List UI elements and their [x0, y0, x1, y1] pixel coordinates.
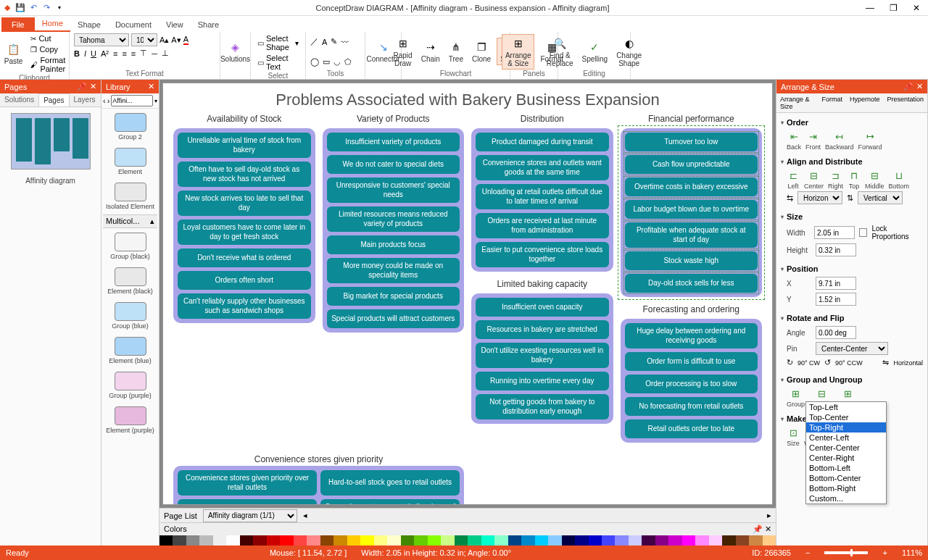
close-panel-icon[interactable]: ✕ — [90, 82, 96, 91]
align-center-icon[interactable]: ≡ — [122, 49, 126, 58]
tab-pages[interactable]: Pages — [38, 93, 69, 106]
rotate-ccw-icon[interactable]: ↺ — [824, 358, 831, 367]
color-swatch[interactable] — [441, 535, 454, 546]
maximize-button[interactable]: ❐ — [883, 1, 903, 14]
affinity-card[interactable]: Huge delay between ordering and receivin… — [625, 323, 758, 348]
color-swatch[interactable] — [374, 535, 387, 546]
angle-input[interactable] — [816, 326, 856, 339]
align-center-button[interactable]: ⊟Center — [804, 170, 824, 190]
color-swatch[interactable] — [428, 535, 441, 546]
color-swatch[interactable] — [199, 535, 212, 546]
library-category[interactable]: Multicol...▴ — [103, 214, 157, 228]
library-search[interactable] — [111, 95, 153, 106]
color-swatch[interactable] — [695, 535, 708, 546]
affinity-card[interactable]: Profitable when adequate stock at start … — [625, 222, 758, 248]
clone-button[interactable]: ❐Clone — [469, 38, 494, 64]
affinity-card[interactable]: Limited resources means reduced variety … — [327, 206, 460, 232]
dropdown-option[interactable]: Top-Right — [806, 422, 886, 432]
dropdown-option[interactable]: Top-Center — [806, 412, 886, 422]
zoom-in-icon[interactable]: + — [882, 548, 887, 557]
color-swatch[interactable] — [334, 535, 347, 546]
scroll-right-icon[interactable]: ▸ — [767, 511, 771, 520]
pin-select[interactable]: Center-Center — [816, 342, 888, 355]
affinity-group[interactable]: Insufficient variety of productsWe do no… — [323, 128, 465, 333]
solutions-button[interactable]: ◈Solutions — [218, 38, 253, 64]
underline-button[interactable]: U — [91, 49, 96, 58]
align-bottom-icon[interactable]: ⊥ — [162, 49, 169, 58]
library-item[interactable]: Element — [106, 145, 155, 178]
close-button[interactable]: ✕ — [906, 1, 927, 14]
align-bottom-button[interactable]: ⊔Bottom — [889, 170, 910, 190]
flip-h-icon[interactable]: ⇋ — [882, 358, 889, 367]
color-swatch[interactable] — [401, 535, 414, 546]
affinity-card[interactable]: We do not cater to special diets — [327, 155, 460, 174]
affinity-card[interactable]: Often have to sell day-old stock as new … — [178, 162, 311, 187]
dropdown-option[interactable]: Bottom-Center — [806, 473, 886, 483]
dist-v-icon[interactable]: ⇅ — [847, 193, 853, 203]
align-right-button[interactable]: ⊐Right — [828, 170, 843, 190]
scroll-left-icon[interactable]: ◂ — [303, 511, 307, 520]
affinity-card[interactable]: Not getting goods from bakery to distrib… — [476, 394, 609, 419]
pin-dropdown-list[interactable]: Top-LeftTop-CenterTop-RightCenter-LeftCe… — [805, 401, 887, 504]
color-swatch[interactable] — [508, 535, 521, 546]
color-swatch[interactable] — [682, 535, 695, 546]
align-top-button[interactable]: ⊓Top — [848, 170, 861, 190]
color-swatch[interactable] — [562, 535, 575, 546]
select-text-button[interactable]: ▭ Select Text — [255, 53, 301, 72]
affinity-card[interactable]: Big market for special products — [327, 287, 460, 306]
color-swatch[interactable] — [240, 535, 253, 546]
affinity-card[interactable]: Convenience stores and outlets want good… — [476, 155, 609, 180]
affinity-card[interactable]: Special products will attract customers — [327, 309, 460, 328]
align-middle-icon[interactable]: ─ — [152, 49, 157, 58]
affinity-card[interactable]: Don't receive what is ordered — [178, 248, 311, 267]
affinity-card[interactable]: More money could be made on speciality i… — [327, 258, 460, 283]
tab-document[interactable]: Document — [108, 17, 159, 32]
library-item[interactable]: Isolated Element — [106, 180, 155, 213]
close-panel-icon[interactable]: ✕ — [148, 82, 154, 91]
shrink-font-icon[interactable]: A▾ — [171, 35, 181, 45]
affinity-card[interactable]: Can't reliably supply other businesses s… — [178, 293, 311, 319]
library-item[interactable]: Group (black) — [106, 230, 155, 263]
library-item[interactable]: Element (purple) — [106, 404, 155, 437]
font-select[interactable]: Tahoma — [74, 33, 129, 46]
lock-proportions-checkbox[interactable] — [859, 228, 867, 237]
line-tool-icon[interactable]: ／ — [310, 36, 318, 47]
affinity-group[interactable]: Unreliable arrival time of stock from ba… — [173, 128, 315, 323]
align-left-icon[interactable]: ≡ — [113, 49, 117, 58]
qat-dropdown-icon[interactable]: ▾ — [54, 2, 65, 14]
tab-layers[interactable]: Layers — [70, 93, 100, 106]
dropdown-option[interactable]: Center-Center — [806, 443, 886, 453]
affinity-card[interactable]: Order form is difficult to use — [625, 352, 758, 371]
x-input[interactable] — [816, 277, 856, 290]
superscript-icon[interactable]: A² — [101, 49, 109, 58]
cut-button[interactable]: ✂ Cut — [28, 33, 67, 43]
rapid-draw-button[interactable]: ⊞Rapid Draw — [391, 35, 415, 69]
library-item[interactable]: Element (black) — [106, 264, 155, 298]
library-item[interactable]: Group (purple) — [106, 369, 155, 402]
group-button[interactable]: ⊞Group — [787, 388, 805, 408]
dist-h-icon[interactable]: ⇆ — [787, 193, 793, 203]
tab-hypernote[interactable]: Hypernote — [846, 93, 884, 112]
order-backward-button[interactable]: ↤Backward — [825, 130, 854, 151]
zoom-out-icon[interactable]: − — [805, 548, 810, 557]
color-swatch[interactable] — [602, 535, 615, 546]
align-right-icon[interactable]: ≡ — [131, 49, 136, 58]
redo-icon[interactable]: ↷ — [41, 2, 52, 14]
color-swatch[interactable] — [722, 535, 735, 546]
italic-button[interactable]: I — [84, 49, 86, 58]
color-swatch[interactable] — [267, 535, 280, 546]
affinity-card[interactable]: Don't utilize exesting resources well in… — [476, 343, 609, 368]
grow-font-icon[interactable]: A▴ — [160, 35, 169, 45]
align-left-button[interactable]: ⊏Left — [787, 170, 800, 190]
width-input[interactable] — [814, 226, 855, 239]
align-middle-button[interactable]: ⊟Middle — [865, 170, 884, 190]
tab-arrange-size[interactable]: Arrange & Size — [776, 93, 818, 112]
bold-button[interactable]: B — [74, 49, 80, 58]
text-tool-icon[interactable]: A — [322, 38, 327, 46]
color-swatch[interactable] — [481, 535, 494, 546]
affinity-card[interactable]: Overtime costs in bakery excessive — [625, 177, 758, 196]
color-swatch[interactable] — [589, 535, 602, 546]
color-swatch[interactable] — [615, 535, 628, 546]
pin-icon[interactable]: 📌 — [753, 525, 763, 533]
color-swatch[interactable] — [709, 535, 722, 546]
